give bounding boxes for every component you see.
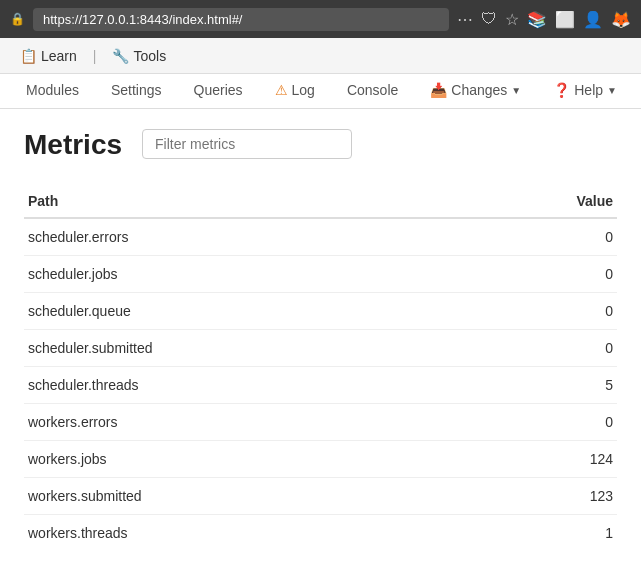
tools-icon: 🔧	[112, 48, 129, 64]
table-row: scheduler.threads 5	[24, 367, 617, 404]
table-row: workers.submitted 123	[24, 478, 617, 515]
table-row: scheduler.submitted 0	[24, 330, 617, 367]
cell-path: workers.submitted	[24, 478, 468, 515]
col-header-path: Path	[24, 185, 468, 218]
tab-changes[interactable]: 📥 Changes ▼	[414, 74, 537, 108]
cell-path: scheduler.jobs	[24, 256, 468, 293]
learn-icon: 📋	[20, 48, 37, 64]
cell-value: 0	[468, 293, 617, 330]
table-row: workers.errors 0	[24, 404, 617, 441]
tab-help[interactable]: ❓ Help ▼	[537, 74, 633, 108]
title-area: Metrics	[24, 129, 617, 181]
cell-value: 0	[468, 256, 617, 293]
bookmarks-icon[interactable]: 📚	[527, 10, 547, 29]
col-header-value: Value	[468, 185, 617, 218]
cell-path: workers.errors	[24, 404, 468, 441]
help-caret-icon: ▼	[607, 85, 617, 96]
cell-path: workers.jobs	[24, 441, 468, 478]
menu-icon[interactable]: 🦊	[611, 10, 631, 29]
table-header-row: Path Value	[24, 185, 617, 218]
lock-icon: 🔒	[10, 12, 25, 26]
main-content: Metrics Path Value scheduler.errors 0 sc…	[0, 109, 641, 571]
tab-console[interactable]: Console	[331, 74, 414, 108]
warning-icon: ⚠	[275, 82, 288, 98]
help-icon: ❓	[553, 82, 570, 98]
star-icon[interactable]: ☆	[505, 10, 519, 29]
account-icon[interactable]: 👤	[583, 10, 603, 29]
browser-icons: ⋯ 🛡 ☆ 📚 ⬜ 👤 🦊	[457, 10, 631, 29]
cell-path: scheduler.threads	[24, 367, 468, 404]
tab-right-area: ❓ Help ▼	[537, 74, 633, 108]
cell-value: 0	[468, 404, 617, 441]
nav-bar: 📋 Learn | 🔧 Tools	[0, 38, 641, 74]
nav-learn-label: Learn	[41, 48, 77, 64]
cell-value: 123	[468, 478, 617, 515]
page-title: Metrics	[24, 129, 122, 161]
browser-chrome: 🔒 https://127.0.0.1:8443/index.html#/ ⋯ …	[0, 0, 641, 38]
cell-value: 1	[468, 515, 617, 552]
table-row: scheduler.jobs 0	[24, 256, 617, 293]
cell-path: scheduler.queue	[24, 293, 468, 330]
nav-tools-label: Tools	[133, 48, 166, 64]
cell-value: 0	[468, 218, 617, 256]
sidebar-icon[interactable]: ⬜	[555, 10, 575, 29]
cell-value: 0	[468, 330, 617, 367]
url-bar[interactable]: https://127.0.0.1:8443/index.html#/	[33, 8, 449, 31]
metrics-table: Path Value scheduler.errors 0 scheduler.…	[24, 185, 617, 551]
cell-value: 5	[468, 367, 617, 404]
nav-learn[interactable]: 📋 Learn	[10, 44, 87, 68]
changes-icon: 📥	[430, 82, 447, 98]
tab-settings[interactable]: Settings	[95, 74, 178, 108]
tab-modules[interactable]: Modules	[10, 74, 95, 108]
nav-separator: |	[93, 48, 97, 64]
shield-icon[interactable]: 🛡	[481, 10, 497, 28]
table-row: scheduler.queue 0	[24, 293, 617, 330]
cell-path: workers.threads	[24, 515, 468, 552]
nav-tools[interactable]: 🔧 Tools	[102, 44, 176, 68]
cell-path: scheduler.submitted	[24, 330, 468, 367]
cell-value: 124	[468, 441, 617, 478]
tab-queries[interactable]: Queries	[178, 74, 259, 108]
table-row: workers.jobs 124	[24, 441, 617, 478]
filter-input[interactable]	[142, 129, 352, 159]
table-row: scheduler.errors 0	[24, 218, 617, 256]
tab-log[interactable]: ⚠ Log	[259, 74, 331, 108]
more-icon[interactable]: ⋯	[457, 10, 473, 29]
table-row: workers.threads 1	[24, 515, 617, 552]
changes-caret-icon: ▼	[511, 85, 521, 96]
url-text: https://127.0.0.1:8443/index.html#/	[43, 12, 242, 27]
cell-path: scheduler.errors	[24, 218, 468, 256]
tabs-bar: Modules Settings Queries ⚠ Log Console 📥…	[0, 74, 641, 109]
